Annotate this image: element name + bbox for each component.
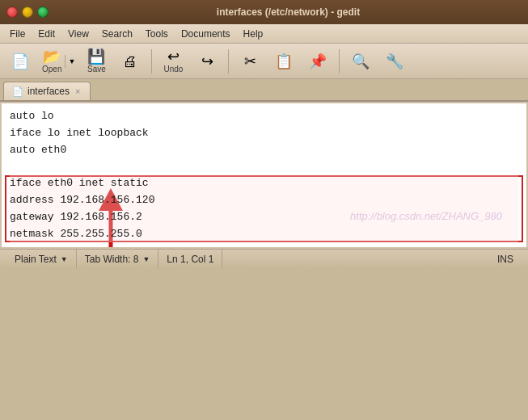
title-bar: interfaces (/etc/network) - gedit	[0, 0, 528, 24]
window-title: interfaces (/etc/network) - gedit	[55, 6, 522, 18]
menu-file[interactable]: File	[3, 27, 32, 41]
maximize-button[interactable]	[37, 6, 49, 18]
line-1: auto lo	[10, 108, 518, 125]
search-button[interactable]: 🔍	[345, 52, 376, 71]
position-label: Ln 1, Col 1	[167, 254, 213, 265]
toolbar: 📄 📂 Open ▼ 💾 Save 🖨 ↩ Undo ↪ ✂ 📋 📌	[0, 44, 528, 79]
language-dropdown-icon: ▼	[61, 255, 68, 263]
save-icon: 💾	[87, 49, 105, 64]
line-8: netmask 255.255.255.0	[10, 226, 518, 243]
line-2: iface lo inet loopback	[10, 125, 518, 142]
tab-bar: 📄 interfaces ×	[0, 79, 528, 102]
save-label: Save	[87, 65, 106, 74]
tools-button[interactable]: 🔧	[379, 52, 410, 71]
print-button[interactable]: 🖨	[115, 52, 146, 71]
tools-icon: 🔧	[386, 54, 403, 69]
new-icon: 📄	[11, 54, 29, 69]
print-icon: 🖨	[123, 54, 137, 69]
copy-button[interactable]: 📋	[268, 52, 299, 71]
menu-tools[interactable]: Tools	[139, 27, 175, 41]
menu-view[interactable]: View	[61, 27, 95, 41]
undo-button[interactable]: ↩ Undo	[158, 47, 188, 76]
menu-bar: File Edit View Search Tools Documents He…	[0, 24, 528, 44]
tab-label: interfaces	[27, 86, 70, 97]
line-4-blank	[10, 158, 518, 175]
line-7: gateway 192.168.156.2	[10, 209, 518, 226]
new-button[interactable]: 📄	[5, 52, 36, 71]
cut-button[interactable]: ✂	[234, 52, 265, 71]
open-dropdown[interactable]: ▼	[65, 55, 78, 68]
tab-width-dropdown-icon: ▼	[142, 255, 150, 263]
cut-icon: ✂	[244, 54, 256, 69]
open-label: Open	[42, 65, 61, 74]
paste-button[interactable]: 📌	[302, 52, 333, 71]
editor-wrapper: auto lo iface lo inet loopback auto eth0…	[0, 102, 528, 249]
tab-interfaces[interactable]: 📄 interfaces ×	[3, 82, 91, 100]
open-icon: 📂	[43, 49, 61, 64]
redo-button[interactable]: ↪	[192, 52, 222, 71]
status-bar: Plain Text ▼ Tab Width: 8 ▼ Ln 1, Col 1 …	[0, 249, 528, 268]
menu-edit[interactable]: Edit	[32, 27, 61, 41]
search-icon: 🔍	[352, 54, 370, 69]
chevron-down-icon: ▼	[68, 57, 75, 65]
tab-close-button[interactable]: ×	[74, 86, 82, 96]
tab-width-label: Tab Width: 8	[85, 254, 139, 265]
undo-label: Undo	[163, 65, 183, 74]
menu-search[interactable]: Search	[95, 27, 139, 41]
line-5: iface eth0 inet static	[10, 175, 518, 192]
language-label: Plain Text	[15, 254, 57, 265]
editor-area[interactable]: auto lo iface lo inet loopback auto eth0…	[2, 103, 526, 247]
close-button[interactable]	[6, 6, 18, 18]
insert-mode: INS	[489, 250, 522, 268]
paste-icon: 📌	[309, 54, 327, 69]
open-button-group: 📂 Open ▼	[39, 47, 78, 76]
line-6: address 192.168.156.120	[10, 192, 518, 209]
open-button[interactable]: 📂 Open	[39, 47, 65, 76]
menu-documents[interactable]: Documents	[175, 27, 237, 41]
redo-icon: ↪	[201, 54, 213, 69]
minimize-button[interactable]	[22, 6, 33, 18]
undo-icon: ↩	[167, 49, 180, 64]
toolbar-separator-1	[151, 49, 152, 74]
toolbar-separator-2	[228, 49, 229, 74]
menu-help[interactable]: Help	[237, 27, 270, 41]
cursor-position: Ln 1, Col 1	[158, 250, 222, 268]
file-icon: 📄	[12, 86, 23, 97]
copy-icon: 📋	[275, 54, 293, 69]
window-controls[interactable]	[6, 6, 49, 18]
save-button[interactable]: 💾 Save	[81, 47, 112, 76]
line-3: auto eth0	[10, 142, 518, 159]
tab-width-selector[interactable]: Tab Width: 8 ▼	[77, 250, 159, 268]
language-selector[interactable]: Plain Text ▼	[6, 250, 77, 268]
mode-label: INS	[497, 254, 513, 265]
toolbar-separator-3	[339, 49, 340, 74]
editor-content[interactable]: auto lo iface lo inet loopback auto eth0…	[2, 103, 526, 247]
